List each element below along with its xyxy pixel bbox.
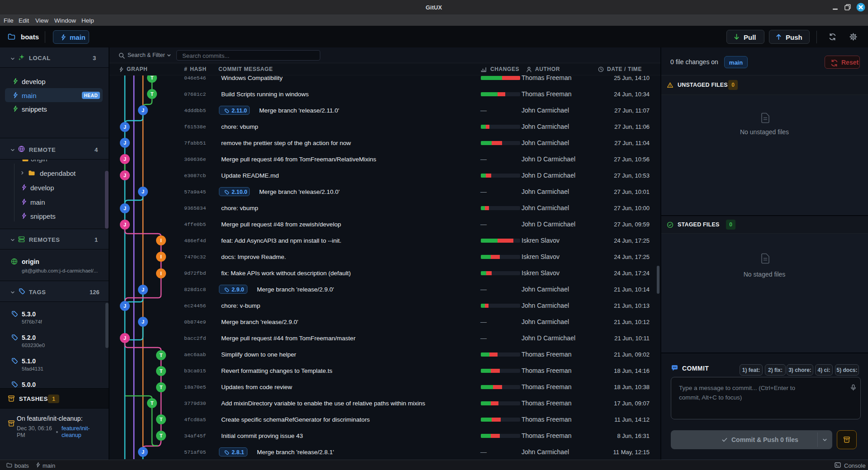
svg-text:J: J <box>123 173 126 178</box>
svg-text:T: T <box>160 433 163 438</box>
svg-text:J: J <box>123 335 126 341</box>
svg-text:J: J <box>142 449 144 455</box>
svg-text:T: T <box>160 352 163 358</box>
svg-text:I: I <box>160 254 161 259</box>
svg-text:J: J <box>123 140 126 146</box>
svg-text:T: T <box>160 368 163 374</box>
svg-text:J: J <box>123 124 126 130</box>
svg-text:T: T <box>151 75 154 80</box>
svg-text:T: T <box>160 385 163 390</box>
svg-text:J: J <box>123 156 126 162</box>
svg-text:I: I <box>160 238 161 243</box>
svg-text:J: J <box>123 206 126 211</box>
svg-text:J: J <box>142 319 144 324</box>
svg-text:T: T <box>160 417 163 422</box>
svg-text:J: J <box>142 108 144 113</box>
svg-text:J: J <box>123 222 126 227</box>
svg-text:I: I <box>160 271 161 276</box>
svg-text:J: J <box>142 287 144 292</box>
svg-text:J: J <box>123 303 126 309</box>
svg-text:T: T <box>151 91 154 97</box>
svg-text:J: J <box>142 189 144 194</box>
svg-text:T: T <box>151 400 154 406</box>
